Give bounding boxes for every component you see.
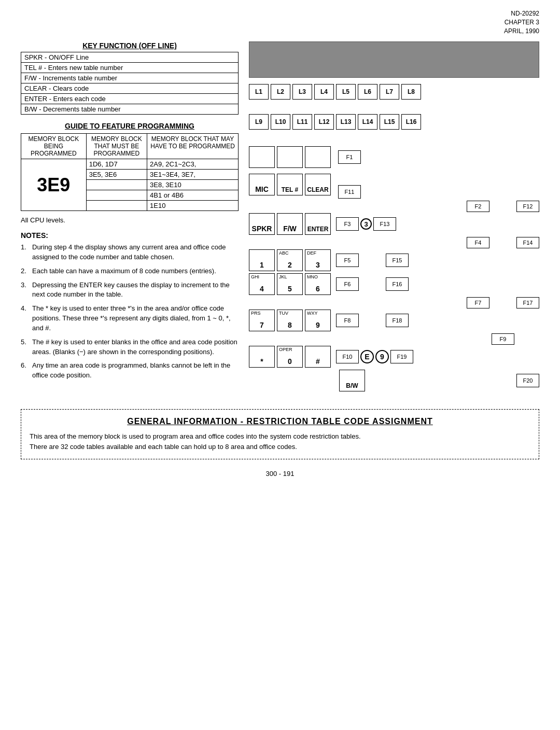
lkey-l13[interactable]: L13 [336,114,356,130]
enter-key[interactable]: ENTER [305,213,331,235]
lkey-l9[interactable]: L9 [249,114,269,130]
fw-key[interactable]: F/W [277,213,303,235]
key-8-label: 8 [288,321,292,331]
f9-key[interactable]: F9 [492,333,514,345]
f16-key[interactable]: F16 [386,277,409,291]
lkey-l8[interactable]: L8 [401,84,421,100]
spkr-label: SPKR [252,224,272,234]
f19-key[interactable]: F19 [390,350,413,363]
guide-col3-row-2: 3E8, 3E10 [147,180,239,190]
guide-col2-row-0: 1D6, 1D7 [86,159,147,170]
bw-label: B/W [346,382,358,391]
f5-key[interactable]: F5 [336,254,359,267]
lkey-l7[interactable]: L7 [380,84,399,100]
guide-col3-row-3: 4B1 or 4B6 [147,190,239,201]
f17-key[interactable]: F17 [516,297,539,308]
key-star-label: * [260,357,263,367]
kpad-row-f9: F9 [249,333,539,345]
f13-key[interactable]: F13 [373,217,396,231]
guide-col3-row-4: 1E10 [147,201,239,211]
lkey-row2: L9L10L11L12L13L14L15L16 [249,114,539,130]
f8-key[interactable]: F8 [336,314,359,327]
key-8[interactable]: TUV 8 [277,310,303,331]
lkey-l3[interactable]: L3 [292,84,312,100]
tel-key[interactable]: TEL # [277,174,303,195]
bottom-box-title: GENERAL INFORMATION - RESTRICTION TABLE … [30,417,530,426]
clear-label: CLEAR [307,186,328,195]
key-5[interactable]: JKL 5 [277,273,303,295]
header-line1: ND-20292 [504,9,539,18]
fw-label: F/W [283,224,297,234]
lkey-l1[interactable]: L1 [249,84,269,100]
key-function-table: SPKR - ON/OFF LineTEL # - Enters new tab… [21,52,239,115]
f20-key[interactable]: F20 [516,374,539,387]
guide-col3-row-1: 3E1~3E4, 3E7, [147,170,239,180]
bottom-box: GENERAL INFORMATION - RESTRICTION TABLE … [21,409,539,459]
f2-key[interactable]: F2 [467,201,489,212]
f14-key[interactable]: F14 [516,237,539,248]
f1-key[interactable]: F1 [338,150,361,164]
note-text-3: Depressing the ENTER key causes the disp… [32,280,239,300]
f15-key[interactable]: F15 [386,254,409,267]
kpad-row-f7: F7 F17 [249,297,539,308]
f6-key[interactable]: F6 [336,277,359,291]
tel-label: TEL # [282,186,298,195]
lkey-l2[interactable]: L2 [271,84,290,100]
key-star[interactable]: * [249,346,275,368]
key-3-label: 3 [316,261,320,271]
lkey-l4[interactable]: L4 [314,84,334,100]
enter-label: ENTER [307,226,329,234]
spkr-key[interactable]: SPKR [249,213,275,235]
kpad-row-bw: B/W F20 [249,370,539,391]
header-line3: APRIL, 1990 [504,27,539,36]
note-num-3: 3. [21,280,32,300]
circle-e: E [360,350,374,363]
guide-col2-row-2 [86,180,147,190]
bottom-box-text1: This area of the memory block is used to… [30,431,530,442]
mic-label: MIC [255,185,269,195]
blank-key-1 [249,146,275,168]
kpad-row-blanks: F1 [249,146,539,168]
f4-key[interactable]: F4 [467,237,489,248]
cpu-line: All CPU levels. [21,216,239,224]
key-4[interactable]: GHI 4 [249,273,275,295]
lkey-l15[interactable]: L15 [380,114,399,130]
clear-key[interactable]: CLEAR [305,174,331,195]
notes-list: 1.During step 4 the display shows any cu… [21,243,239,381]
note-text-6: Any time an area code is programmed, bla… [32,361,239,381]
f11-key[interactable]: F11 [338,185,361,199]
note-text-1: During step 4 the display shows any curr… [32,243,239,262]
keypad-main: F1 MIC TEL # CLEAR [249,146,539,394]
lkey-l11[interactable]: L11 [292,114,312,130]
lkey-l10[interactable]: L10 [271,114,290,130]
key-3[interactable]: DEF 3 [305,249,331,271]
key-6[interactable]: MNO 6 [305,273,331,295]
f7-key[interactable]: F7 [467,297,489,308]
key-7-label: 7 [260,321,264,331]
f12-key[interactable]: F12 [516,201,539,212]
mic-key[interactable]: MIC [249,174,275,195]
key-1[interactable]: 1 [249,249,275,271]
f3-key[interactable]: F3 [336,217,359,231]
kpad-row-star0hash: * OPER 0 # F10 E [249,346,539,368]
key-function-item-1: TEL # - Enters new table number [21,63,239,73]
lkey-l14[interactable]: L14 [358,114,377,130]
blank-key-3 [305,146,331,168]
lkey-l6[interactable]: L6 [358,84,377,100]
circle-9: 9 [375,350,389,363]
key-9[interactable]: WXY 9 [305,310,331,331]
key-7[interactable]: PRS 7 [249,310,275,331]
bw-key[interactable]: B/W [339,370,365,391]
key-2[interactable]: ABC 2 [277,249,303,271]
key-hash[interactable]: # [305,346,331,368]
key-0[interactable]: OPER 0 [277,346,303,368]
lkey-l5[interactable]: L5 [336,84,356,100]
key-function-item-3: CLEAR - Clears code [21,83,239,94]
key-0-label: 0 [288,357,292,367]
f18-key[interactable]: F18 [386,314,409,327]
guide-col2-row-4 [86,201,147,211]
lkey-l12[interactable]: L12 [314,114,334,130]
lkey-l16[interactable]: L16 [401,114,421,130]
f10-key[interactable]: F10 [336,350,359,363]
key-4-label: 4 [260,285,264,294]
